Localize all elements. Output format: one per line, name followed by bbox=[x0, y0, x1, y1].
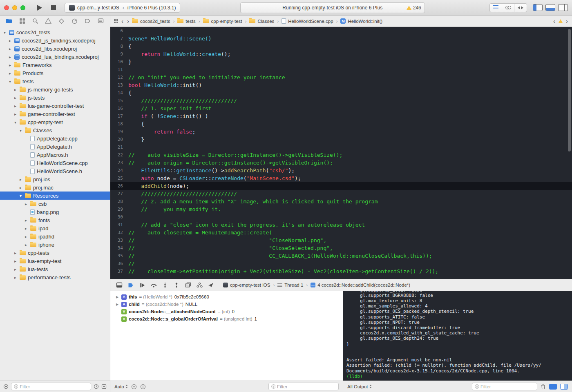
symbol-navigator-icon[interactable] bbox=[18, 17, 26, 25]
disclosure-closed-icon[interactable]: ▸ bbox=[18, 177, 23, 182]
show-console-button[interactable] bbox=[560, 384, 568, 390]
disclosure-closed-icon[interactable]: ▸ bbox=[24, 202, 28, 206]
code-line[interactable]: 22// auto visibleSize = Director::getIns… bbox=[110, 151, 572, 159]
source-editor[interactable]: 67Scene* HelloWorld::scene()8{9 return H… bbox=[110, 27, 572, 279]
hide-debug-area-button[interactable] bbox=[114, 281, 124, 289]
tree-item[interactable]: AppDelegate.cpp bbox=[0, 134, 110, 143]
code-line[interactable]: 15 ////////////////////////////// bbox=[110, 97, 572, 105]
tree-item[interactable]: AppDelegate.h bbox=[0, 143, 110, 151]
disclosure-closed-icon[interactable]: ▸ bbox=[13, 259, 18, 263]
code-line[interactable]: 20 } bbox=[110, 136, 572, 143]
tree-item[interactable]: ▸cocos2d_lua_bindings.xcodeproj bbox=[0, 53, 110, 61]
code-line[interactable]: 21 bbox=[110, 143, 572, 151]
line-number[interactable]: 35 bbox=[110, 252, 128, 260]
variables-filter-input[interactable] bbox=[277, 384, 336, 389]
code-line[interactable]: 6 bbox=[110, 27, 572, 35]
debug-thread[interactable]: Thread 1 bbox=[277, 283, 303, 287]
tree-item[interactable]: ▸ipadhd bbox=[0, 232, 110, 241]
breadcrumb-target[interactable]: cpp-empty-test bbox=[203, 19, 242, 24]
fullscreen-window-button[interactable] bbox=[20, 5, 25, 10]
code-line[interactable]: 33// "CloseNormal.png", bbox=[110, 236, 572, 244]
toggle-inspector-button[interactable] bbox=[558, 4, 568, 11]
line-number[interactable]: 30 bbox=[110, 213, 128, 221]
info-icon[interactable] bbox=[140, 384, 146, 390]
editor-scrollbar[interactable] bbox=[568, 29, 571, 151]
line-number[interactable]: 33 bbox=[110, 236, 128, 244]
line-number[interactable]: 26 bbox=[110, 182, 128, 190]
assistant-editor-button[interactable] bbox=[502, 4, 514, 12]
code-line[interactable]: 36// bbox=[110, 260, 572, 267]
scheme-selector[interactable]: cpp-em...y-test iOS › iPhone 6 Plus (10.… bbox=[65, 3, 180, 13]
tree-item[interactable]: ▸performance-tests bbox=[0, 273, 110, 281]
disclosure-closed-icon[interactable]: ▸ bbox=[8, 71, 12, 76]
tree-item[interactable]: ▸Products bbox=[0, 69, 110, 77]
navigator-filter-input[interactable] bbox=[20, 384, 88, 389]
issues-count[interactable]: 246 bbox=[407, 3, 421, 13]
disclosure-open-icon[interactable]: ▾ bbox=[18, 194, 23, 198]
disclosure-closed-icon[interactable]: ▸ bbox=[13, 87, 18, 92]
disclosure-closed-icon[interactable]: ▸ bbox=[24, 218, 28, 223]
variables-filter-field[interactable] bbox=[268, 383, 339, 390]
clear-console-button[interactable] bbox=[541, 384, 546, 390]
project-navigator-icon[interactable] bbox=[5, 17, 13, 25]
tree-item[interactable]: ▸game-controller-test bbox=[0, 110, 110, 118]
previous-issue-button[interactable]: ‹ bbox=[552, 18, 556, 24]
code-line[interactable]: 28 // 2. add a menu item with "X" image,… bbox=[110, 198, 572, 205]
code-line[interactable]: 31 // add a "close" icon to exit the pro… bbox=[110, 221, 572, 229]
tree-item[interactable]: ▾Classes bbox=[0, 126, 110, 134]
related-items-icon[interactable] bbox=[114, 19, 118, 24]
source-control-filter-icon[interactable] bbox=[101, 384, 107, 389]
line-number[interactable]: 34 bbox=[110, 244, 128, 252]
disclosure-closed-icon[interactable]: ▶ bbox=[115, 295, 119, 299]
run-destination[interactable]: iPhone 6 Plus (10.3.1) bbox=[127, 5, 176, 11]
code-line[interactable]: 24 FileUtils::getInstance()->addSearchPa… bbox=[110, 167, 572, 174]
tree-item[interactable]: bang.png bbox=[0, 208, 110, 216]
code-line[interactable]: 13bool HelloWorld::init() bbox=[110, 81, 572, 89]
scheme-name[interactable]: cpp-em...y-test iOS bbox=[77, 5, 119, 11]
disclosure-closed-icon[interactable]: ▸ bbox=[24, 234, 28, 239]
minimize-window-button[interactable] bbox=[12, 5, 17, 10]
tree-item[interactable]: ▾cocos2d_tests bbox=[0, 28, 110, 36]
disclosure-closed-icon[interactable]: ▶ bbox=[115, 303, 119, 306]
tree-item[interactable]: ▸lua-game-controller-test bbox=[0, 102, 110, 110]
line-number[interactable]: 6 bbox=[110, 27, 128, 35]
next-issue-button[interactable]: › bbox=[565, 18, 569, 24]
tree-item[interactable]: HelloWorldScene.cpp bbox=[0, 159, 110, 167]
disclosure-closed-icon[interactable]: ▸ bbox=[13, 267, 18, 272]
tree-item[interactable]: ▸fonts bbox=[0, 216, 110, 224]
run-button[interactable] bbox=[33, 3, 47, 13]
navigator-filter-field[interactable] bbox=[11, 383, 91, 390]
code-line[interactable]: 7Scene* HelloWorld::scene() bbox=[110, 35, 572, 42]
memory-graph-button[interactable] bbox=[194, 281, 204, 289]
line-number[interactable]: 17 bbox=[110, 112, 128, 120]
tree-item[interactable]: ▸Frameworks bbox=[0, 61, 110, 69]
test-navigator-icon[interactable] bbox=[58, 17, 66, 25]
tree-item[interactable]: ▸cpp-tests bbox=[0, 249, 110, 257]
disclosure-closed-icon[interactable]: ▸ bbox=[8, 63, 12, 67]
show-variables-view-button[interactable] bbox=[549, 384, 557, 390]
code-line[interactable]: 32// auto closeItem = MenuItemImage::cre… bbox=[110, 229, 572, 236]
code-line[interactable]: 19 return false; bbox=[110, 128, 572, 136]
view-hierarchy-button[interactable] bbox=[183, 281, 193, 289]
tree-item[interactable]: ▸csb bbox=[0, 200, 110, 208]
line-number[interactable]: 10 bbox=[110, 58, 128, 66]
disclosure-closed-icon[interactable]: ▸ bbox=[13, 112, 18, 116]
toggle-navigator-button[interactable] bbox=[533, 4, 543, 11]
code-line[interactable]: 37// closeItem->setPosition(origin + Vec… bbox=[110, 267, 572, 275]
disclosure-closed-icon[interactable]: ▸ bbox=[24, 226, 28, 231]
continue-button[interactable] bbox=[137, 281, 147, 289]
line-number[interactable]: 8 bbox=[110, 42, 128, 50]
code-line[interactable]: 9 return HelloWorld::create(); bbox=[110, 50, 572, 58]
breakpoint-navigator-icon[interactable] bbox=[84, 17, 92, 25]
line-number[interactable]: 32 bbox=[110, 229, 128, 236]
debug-process[interactable]: cpp-empty-test iOS bbox=[223, 283, 270, 287]
code-line[interactable]: 35// CC_CALLBACK_1(HelloWorld::menuClose… bbox=[110, 252, 572, 260]
step-out-button[interactable] bbox=[172, 281, 181, 289]
code-line[interactable]: 17 if ( !Scene::init() ) bbox=[110, 112, 572, 120]
disclosure-open-icon[interactable]: ▾ bbox=[8, 79, 12, 84]
line-number[interactable]: 16 bbox=[110, 105, 128, 112]
code-line[interactable]: 8{ bbox=[110, 42, 572, 50]
console-filter-field[interactable] bbox=[472, 383, 537, 390]
debug-navigator-icon[interactable] bbox=[71, 17, 79, 25]
code-line[interactable]: 26 addChild(node); bbox=[110, 182, 572, 190]
